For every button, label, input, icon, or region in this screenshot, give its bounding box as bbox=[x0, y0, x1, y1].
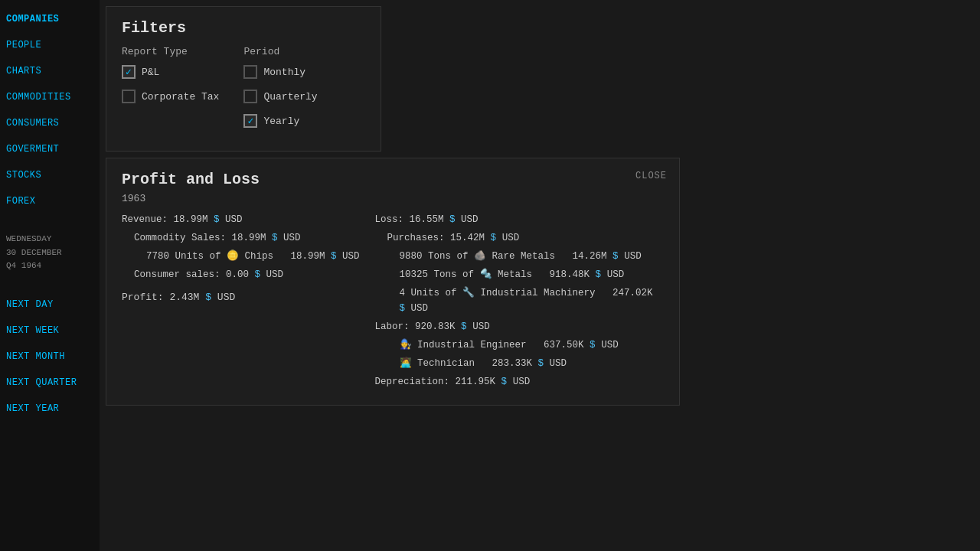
checkbox-corporate-tax-label: Corporate Tax bbox=[142, 91, 219, 103]
sidebar: COMPANIES PEOPLE CHARTS COMMODITIES CONS… bbox=[0, 0, 100, 551]
pl-right: Loss: 16.55M $ USD Purchases: 15.42M $ U… bbox=[375, 212, 664, 393]
main-content: Filters Report Type P&L Corporate Tax Pe… bbox=[100, 0, 980, 551]
filter-row: Report Type P&L Corporate Tax Period Mon… bbox=[122, 46, 365, 139]
period-col: Period Monthly Quarterly Yearly bbox=[243, 46, 317, 139]
period-label: Period bbox=[243, 46, 317, 57]
sidebar-item-stocks[interactable]: STOCKS bbox=[0, 162, 100, 188]
sidebar-divider-2 bbox=[0, 279, 100, 292]
pl-content: Revenue: 18.99M $ USD Commodity Sales: 1… bbox=[122, 212, 664, 393]
pl-box: Profit and Loss CLOSE 1963 Revenue: 18.9… bbox=[106, 158, 680, 406]
sidebar-item-next-week[interactable]: NEXT WEEK bbox=[0, 318, 100, 344]
report-type-label: Report Type bbox=[122, 46, 219, 57]
sidebar-item-goverment[interactable]: GOVERMENT bbox=[0, 136, 100, 162]
close-button[interactable]: CLOSE bbox=[635, 171, 667, 181]
checkbox-yearly-label: Yearly bbox=[263, 116, 299, 127]
industrial-machinery-row: 4 Units of 🔧 Industrial Machinery 247.02… bbox=[375, 285, 664, 316]
sidebar-item-commodities[interactable]: COMMODITIES bbox=[0, 84, 100, 110]
revenue-row: Revenue: 18.99M $ USD bbox=[122, 212, 363, 227]
checkbox-pl-label: P&L bbox=[142, 67, 159, 78]
pl-left: Revenue: 18.99M $ USD Commodity Sales: 1… bbox=[122, 212, 363, 393]
checkbox-monthly[interactable]: Monthly bbox=[243, 65, 317, 79]
sidebar-item-companies[interactable]: COMPANIES bbox=[0, 6, 100, 32]
checkbox-corporate-tax-box[interactable] bbox=[122, 90, 136, 103]
chips-row: 7780 Units of 🪙 Chips 18.99M $ USD bbox=[122, 249, 363, 264]
industrial-engineer-row: 🧑‍🔧 Industrial Engineer 637.50K $ USD bbox=[375, 337, 664, 353]
pl-year: 1963 bbox=[122, 193, 664, 204]
purchases-row: Purchases: 15.42M $ USD bbox=[375, 230, 664, 246]
checkbox-quarterly-label: Quarterly bbox=[263, 91, 317, 103]
sidebar-item-next-quarter[interactable]: NEXT QUARTER bbox=[0, 370, 100, 396]
profit-row: Profit: 2.43M $ USD bbox=[122, 292, 363, 303]
sidebar-item-people[interactable]: PEOPLE bbox=[0, 32, 100, 58]
rare-metals-row: 9880 Tons of 🪨 Rare Metals 14.26M $ USD bbox=[375, 249, 664, 264]
commodity-sales-row: Commodity Sales: 18.99M $ USD bbox=[122, 230, 363, 246]
checkbox-yearly[interactable]: Yearly bbox=[243, 114, 317, 128]
checkbox-quarterly[interactable]: Quarterly bbox=[243, 90, 317, 103]
labor-row: Labor: 920.83K $ USD bbox=[375, 319, 664, 334]
date-label: 30 DECEMBER bbox=[6, 246, 93, 260]
filter-title: Filters bbox=[122, 19, 365, 37]
sidebar-item-forex[interactable]: FOREX bbox=[0, 188, 100, 214]
sidebar-item-next-month[interactable]: NEXT MONTH bbox=[0, 344, 100, 370]
sidebar-item-charts[interactable]: CHARTS bbox=[0, 58, 100, 84]
sidebar-item-next-day[interactable]: NEXT DAY bbox=[0, 292, 100, 318]
depreciation-row: Depreciation: 211.95K $ USD bbox=[375, 374, 664, 390]
checkbox-pl[interactable]: P&L bbox=[122, 65, 219, 79]
day-label: WEDNESDAY bbox=[6, 233, 93, 246]
filter-box: Filters Report Type P&L Corporate Tax Pe… bbox=[106, 6, 381, 152]
sidebar-divider bbox=[0, 214, 100, 227]
checkbox-quarterly-box[interactable] bbox=[243, 90, 257, 103]
sidebar-item-consumers[interactable]: CONSUMERS bbox=[0, 110, 100, 136]
quarter-label: Q4 1964 bbox=[6, 259, 93, 273]
checkbox-monthly-label: Monthly bbox=[263, 67, 305, 78]
checkbox-pl-box[interactable] bbox=[122, 65, 136, 79]
consumer-sales-row: Consumer sales: 0.00 $ USD bbox=[122, 267, 363, 282]
report-type-col: Report Type P&L Corporate Tax bbox=[122, 46, 219, 139]
checkbox-yearly-box[interactable] bbox=[243, 114, 257, 128]
pl-title: Profit and Loss bbox=[122, 171, 664, 188]
sidebar-item-next-year[interactable]: NEXT YEAR bbox=[0, 396, 100, 422]
metals-row: 10325 Tons of 🔩 Metals 918.48K $ USD bbox=[375, 267, 664, 282]
checkbox-monthly-box[interactable] bbox=[243, 65, 257, 79]
technician-row: 🧑‍💻 Technician 283.33K $ USD bbox=[375, 356, 664, 371]
checkbox-corporate-tax[interactable]: Corporate Tax bbox=[122, 90, 219, 103]
date-section: WEDNESDAY 30 DECEMBER Q4 1964 bbox=[0, 227, 100, 279]
loss-row: Loss: 16.55M $ USD bbox=[375, 212, 664, 227]
